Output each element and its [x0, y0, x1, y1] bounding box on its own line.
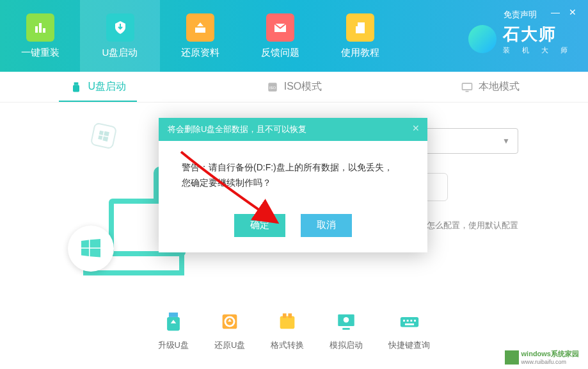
- watermark-url: www.ruibaifu.com: [521, 359, 579, 365]
- tool-restore-usb[interactable]: 还原U盘: [214, 310, 245, 351]
- usb-icon: [70, 81, 83, 94]
- mail-icon: [266, 13, 294, 42]
- svg-rect-13: [99, 131, 104, 135]
- svg-rect-17: [169, 313, 178, 317]
- tab-restore[interactable]: 还原资料: [160, 0, 240, 72]
- keyboard-icon: [398, 310, 421, 333]
- bar-chart-icon: [26, 13, 54, 42]
- modal-line1: 警告：请自行备份(D:F:)盘上的所有数据，以免丢失，: [182, 160, 404, 176]
- close-button[interactable]: ✕: [569, 8, 576, 17]
- tool-upgrade-usb[interactable]: 升级U盘: [158, 310, 189, 351]
- windows-circle: [68, 226, 114, 272]
- brand-area: 石大师 装 机 大 师: [468, 23, 573, 55]
- chevron-down-icon: ▼: [502, 136, 510, 145]
- svg-text:ISO: ISO: [269, 86, 276, 90]
- cancel-button[interactable]: 取消: [301, 214, 352, 237]
- tab-label: 一键重装: [21, 47, 60, 59]
- svg-rect-12: [465, 90, 468, 92]
- tool-format-convert[interactable]: 格式转换: [271, 310, 304, 351]
- svg-rect-16: [102, 136, 108, 142]
- monitor-icon: [461, 81, 473, 94]
- svg-rect-11: [462, 83, 472, 90]
- tool-label: 还原U盘: [214, 340, 245, 351]
- tool-hotkey-query[interactable]: 快捷键查询: [388, 310, 430, 351]
- ok-button[interactable]: 确定: [234, 214, 285, 237]
- brand-logo-icon: [468, 25, 497, 53]
- disclaimer-link[interactable]: 免责声明: [504, 9, 537, 20]
- tab-feedback[interactable]: 反馈问题: [240, 0, 320, 72]
- modal-line2: 您确定要继续制作吗？: [182, 176, 404, 191]
- tab-tutorial[interactable]: 使用教程: [320, 0, 400, 72]
- windows-watermark-icon: [505, 350, 519, 365]
- svg-rect-1: [39, 23, 42, 33]
- convert-icon: [276, 310, 299, 333]
- book-icon: [346, 13, 374, 42]
- svg-rect-15: [98, 135, 102, 140]
- tab-reinstall[interactable]: 一键重装: [0, 0, 80, 72]
- tool-label: 格式转换: [271, 340, 304, 351]
- svg-rect-14: [104, 131, 109, 136]
- tab-label: 使用教程: [341, 47, 379, 59]
- usb-up-icon: [162, 310, 185, 333]
- restore-icon: [218, 310, 241, 333]
- minimize-button[interactable]: —: [551, 8, 560, 17]
- subtab-label: ISO模式: [284, 80, 322, 94]
- cable-illustration: [83, 270, 184, 275]
- modal-header: 将会删除U盘全部数据，且不可以恢复 ✕: [159, 118, 427, 141]
- iso-icon: ISO: [266, 81, 279, 94]
- tool-simulate-boot[interactable]: 模拟启动: [330, 310, 363, 351]
- subtab-label: 本地模式: [479, 80, 520, 94]
- svg-rect-29: [407, 320, 409, 322]
- confirm-modal: 将会删除U盘全部数据，且不可以恢复 ✕ 警告：请自行备份(D:F:)盘上的所有数…: [159, 118, 427, 252]
- subtab-iso[interactable]: ISO ISO模式: [196, 72, 392, 102]
- svg-rect-6: [356, 22, 358, 26]
- modal-close-button[interactable]: ✕: [412, 123, 420, 133]
- svg-rect-23: [289, 313, 292, 318]
- svg-rect-8: [73, 85, 79, 92]
- shield-icon: [106, 13, 134, 42]
- svg-rect-0: [35, 26, 38, 33]
- upload-icon: [186, 13, 214, 42]
- svg-rect-31: [414, 320, 416, 322]
- subtab-label: U盘启动: [88, 80, 126, 94]
- tool-label: 快捷键查询: [388, 340, 430, 351]
- tool-label: 模拟启动: [330, 340, 363, 351]
- svg-rect-26: [343, 328, 350, 330]
- tab-label: U盘启动: [102, 47, 138, 59]
- svg-point-25: [344, 317, 349, 323]
- svg-rect-21: [280, 316, 295, 329]
- subtab-local[interactable]: 本地模式: [392, 72, 588, 102]
- svg-rect-3: [195, 28, 205, 33]
- svg-rect-18: [167, 317, 180, 331]
- svg-rect-7: [74, 82, 79, 85]
- tab-label: 反馈问题: [261, 47, 299, 59]
- monitor-play-icon: [335, 310, 358, 333]
- tab-usb-boot[interactable]: U盘启动: [80, 0, 160, 72]
- brand-subtitle: 装 机 大 师: [503, 45, 573, 55]
- windows-flag-icon: [79, 237, 102, 260]
- brand-title: 石大师: [503, 23, 573, 45]
- tool-label: 升级U盘: [158, 340, 189, 351]
- svg-rect-2: [43, 28, 45, 33]
- svg-rect-32: [405, 324, 414, 325]
- tab-label: 还原资料: [181, 47, 219, 59]
- watermark: windows系统家园 www.ruibaifu.com: [505, 349, 579, 365]
- subtab-usb[interactable]: U盘启动: [0, 72, 196, 102]
- watermark-title: windows系统家园: [521, 349, 579, 359]
- modal-message: 警告：请自行备份(D:F:)盘上的所有数据，以免丢失， 您确定要继续制作吗？: [182, 160, 404, 191]
- svg-rect-22: [283, 313, 287, 318]
- svg-rect-30: [410, 320, 412, 322]
- svg-rect-27: [401, 317, 418, 327]
- modal-title: 将会删除U盘全部数据，且不可以恢复: [168, 124, 306, 135]
- windows-badge-icon: [90, 122, 118, 150]
- svg-rect-28: [403, 320, 405, 322]
